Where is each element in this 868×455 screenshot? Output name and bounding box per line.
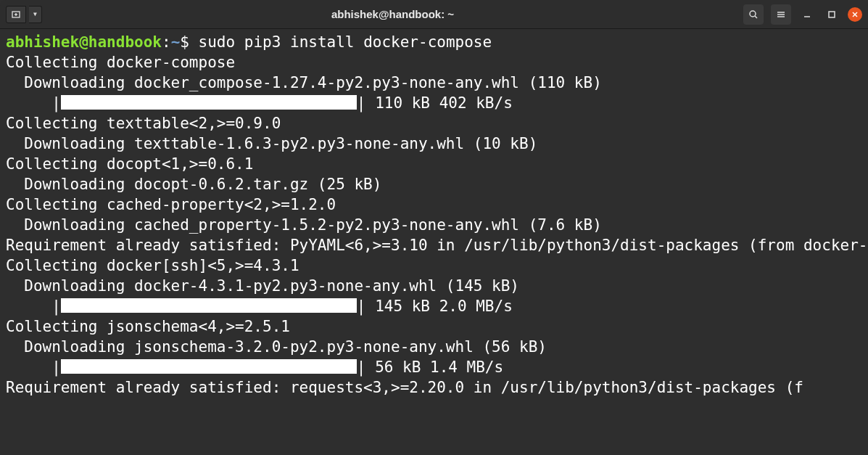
new-tab-icon (11, 9, 21, 20)
output-line: Requirement already satisfied: PyYAML<6,… (6, 235, 862, 255)
svg-point-3 (750, 11, 756, 17)
menu-button[interactable] (771, 4, 791, 25)
output-line: Collecting docker[ssh]<5,>=4.3.1 (6, 255, 862, 276)
output-line: || 56 kB 1.4 MB/s (6, 357, 862, 377)
search-button[interactable] (743, 4, 764, 25)
close-icon (851, 11, 859, 18)
output-line: Downloading docker-4.3.1-py2.py3-none-an… (6, 276, 862, 296)
maximize-button[interactable] (823, 6, 840, 23)
progress-bar (61, 298, 357, 313)
minimize-icon (803, 10, 811, 19)
terminal-area[interactable]: abhishek@handbook:~$ sudo pip3 install d… (0, 29, 868, 401)
progress-bar (61, 95, 357, 110)
output-line: Downloading texttable-1.6.3-py2.py3-none… (6, 134, 862, 154)
minimize-button[interactable] (798, 6, 816, 23)
output-line: || 145 kB 2.0 MB/s (6, 296, 862, 316)
output-line: Downloading docker_compose-1.27.4-py2.py… (6, 73, 862, 93)
new-tab-dropdown[interactable]: ▼ (29, 6, 42, 23)
right-controls (743, 4, 862, 25)
prompt-path: ~ (171, 33, 181, 51)
output-line: Downloading cached_property-1.5.2-py2.py… (6, 215, 862, 235)
output-line: Collecting texttable<2,>=0.9.0 (6, 113, 862, 134)
output-line: Collecting jsonschema<4,>=2.5.1 (6, 316, 862, 337)
output-line: Requirement already satisfied: requests<… (6, 377, 862, 398)
new-tab-button[interactable] (6, 6, 26, 23)
window-title: abhishek@handbook: ~ (42, 8, 743, 20)
progress-bar (61, 359, 357, 374)
output-line: Collecting cached-property<2,>=1.2.0 (6, 194, 862, 215)
hamburger-icon (776, 9, 786, 20)
new-tab-button-group: ▼ (6, 6, 42, 23)
output-line: Collecting docopt<1,>=0.6.1 (6, 154, 862, 174)
maximize-icon (827, 10, 836, 19)
output-line: Collecting docker-compose (6, 52, 862, 73)
prompt-user: abhishek (6, 33, 79, 51)
search-icon (748, 9, 759, 20)
titlebar: ▼ abhishek@handbook: ~ (0, 0, 868, 29)
svg-rect-9 (829, 12, 835, 17)
output-line: || 110 kB 402 kB/s (6, 93, 862, 113)
command: sudo pip3 install docker-compose (199, 33, 492, 51)
close-button[interactable] (848, 7, 862, 22)
svg-line-4 (755, 16, 757, 18)
prompt-line: abhishek@handbook:~$ sudo pip3 install d… (6, 32, 862, 52)
output-line: Downloading jsonschema-3.2.0-py2.py3-non… (6, 337, 862, 357)
prompt-host: handbook (88, 33, 162, 51)
output-line: Downloading docopt-0.6.2.tar.gz (25 kB) (6, 174, 862, 194)
